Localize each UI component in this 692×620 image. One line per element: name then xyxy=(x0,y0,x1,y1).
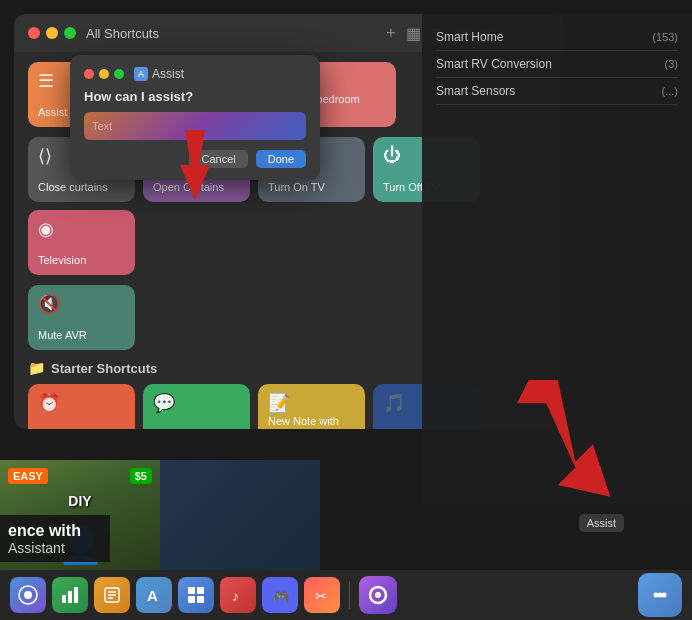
svg-text:🎮: 🎮 xyxy=(273,588,290,605)
folder-icon: 📁 xyxy=(28,360,45,376)
grid-icon[interactable]: ▦ xyxy=(406,24,421,43)
svg-point-21 xyxy=(375,592,381,598)
assist-done-button[interactable]: Done xyxy=(256,150,306,168)
dock-notes-icon[interactable] xyxy=(94,577,130,613)
assist-dialog-title: Assist xyxy=(152,67,184,81)
dock-launchpad-icon[interactable] xyxy=(10,577,46,613)
list-item-smart-rv[interactable]: Smart RV Conversion (3) xyxy=(436,51,678,78)
svg-text:✂: ✂ xyxy=(315,588,327,604)
section-starter-label: Starter Shortcuts xyxy=(51,361,157,376)
tile-television[interactable]: ◉ Television xyxy=(28,210,135,275)
tile-text-last-image[interactable]: 💬 Text Last Image xyxy=(143,384,250,429)
tile-take-a-break-label: Take a Break xyxy=(38,428,125,429)
dock-music-icon[interactable]: ♪ xyxy=(220,577,256,613)
message-icon: 💬 xyxy=(153,392,240,414)
tile-close-curtains-label: Close curtains xyxy=(38,181,125,194)
dock-nova-icon[interactable] xyxy=(359,576,397,614)
fullscreen-button[interactable] xyxy=(64,27,76,39)
dock-assist-button[interactable] xyxy=(638,573,682,617)
tile-mute-avr[interactable]: 🔇 Mute AVR xyxy=(28,285,135,350)
svg-rect-15 xyxy=(188,596,195,603)
assist-header: A Assist xyxy=(134,67,184,81)
svg-rect-5 xyxy=(62,595,66,603)
add-icon[interactable]: + xyxy=(386,24,395,42)
window-title: All Shortcuts xyxy=(86,26,159,41)
red-arrow-to-dialog xyxy=(155,120,235,210)
svg-rect-7 xyxy=(74,587,78,603)
ad-diy-label: DIY xyxy=(0,492,160,510)
list-item-smart-rv-count: (3) xyxy=(665,58,678,70)
list-item-smart-home-count: (153) xyxy=(652,31,678,43)
svg-rect-14 xyxy=(197,587,204,594)
svg-point-4 xyxy=(24,591,32,599)
svg-text:♪: ♪ xyxy=(232,588,239,604)
tile-television-label: Television xyxy=(38,254,125,267)
tile-take-a-break[interactable]: ⏰ Take a Break xyxy=(28,384,135,429)
dock-separator xyxy=(349,581,350,609)
tile-mute-avr-label: Mute AVR xyxy=(38,329,125,342)
alarm-icon: ⏰ xyxy=(38,392,125,414)
svg-rect-16 xyxy=(197,596,204,603)
list-item-smart-sensors[interactable]: Smart Sensors (...) xyxy=(436,78,678,105)
red-arrow-down-right xyxy=(492,380,612,520)
assist-close-btn[interactable] xyxy=(84,69,94,79)
tile-text-last-image-label: Text Last Image xyxy=(153,428,240,429)
bottom-line1: ence with xyxy=(8,521,102,540)
minimize-button[interactable] xyxy=(46,27,58,39)
svg-point-24 xyxy=(658,593,663,598)
title-bar-center: All Shortcuts xyxy=(86,26,386,41)
assist-traffic-lights xyxy=(84,69,124,79)
bottom-line2: Assistant xyxy=(8,540,102,556)
tile-new-note-date[interactable]: 📝 New Note with Date xyxy=(258,384,365,429)
tile-new-note-date-label: New Note with Date xyxy=(268,415,355,429)
traffic-lights xyxy=(28,27,76,39)
list-item-smart-home[interactable]: Smart Home (153) xyxy=(436,24,678,51)
svg-rect-13 xyxy=(188,587,195,594)
list-item-smart-sensors-label: Smart Sensors xyxy=(436,84,515,98)
svg-rect-6 xyxy=(68,591,72,603)
dock-discord-icon[interactable]: 🎮 xyxy=(262,577,298,613)
bottom-left-text-area: ence with Assistant xyxy=(0,515,110,562)
svg-marker-1 xyxy=(180,130,210,200)
dock-numbers-icon[interactable] xyxy=(52,577,88,613)
dock-shortcuts-icon[interactable]: ✂ xyxy=(304,577,340,613)
assist-question: How can I assist? xyxy=(84,89,306,104)
list-item-smart-sensors-count: (...) xyxy=(662,85,679,97)
ad-badge-easy: EASY xyxy=(8,468,48,484)
svg-marker-2 xyxy=(517,380,610,497)
close-button[interactable] xyxy=(28,27,40,39)
mute-icon: 🔇 xyxy=(38,293,125,315)
tile-turn-on-tv-label: Turn On TV xyxy=(268,181,355,194)
svg-text:A: A xyxy=(147,587,158,604)
assist-tooltip: Assist xyxy=(579,514,624,532)
dock-area: A ♪ 🎮 ✂ xyxy=(0,570,692,620)
dock-desktop-icon[interactable] xyxy=(178,577,214,613)
television-icon: ◉ xyxy=(38,218,125,240)
ad-badge-price: $5 xyxy=(130,468,152,484)
dock-appstore-icon[interactable]: A xyxy=(136,577,172,613)
assist-title-bar: A Assist xyxy=(84,67,306,81)
list-item-smart-rv-label: Smart RV Conversion xyxy=(436,57,552,71)
note-icon: 📝 xyxy=(268,392,355,414)
assist-fullscreen-btn[interactable] xyxy=(114,69,124,79)
assist-app-icon: A xyxy=(134,67,148,81)
list-item-smart-home-label: Smart Home xyxy=(436,30,503,44)
assist-placeholder: Text xyxy=(92,120,112,132)
assist-minimize-btn[interactable] xyxy=(99,69,109,79)
